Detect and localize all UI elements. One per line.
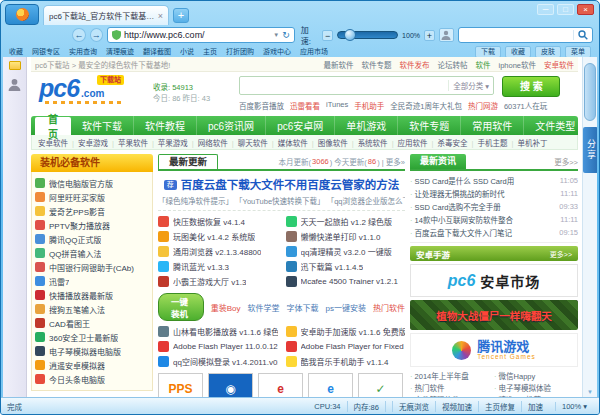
list-item[interactable]: CAD看图王 xyxy=(35,316,149,330)
list-item[interactable]: 小霸王游戏大厅 v1.3 xyxy=(158,274,278,289)
tab-latest-news[interactable]: 最新资讯 xyxy=(410,154,466,169)
toolbar-item[interactable]: 小说 xyxy=(180,46,194,56)
topbar-link[interactable]: 软件发布 xyxy=(399,59,429,70)
featured-headline[interactable]: 荐百度云盘下载大文件不用百度云管家的方法 xyxy=(158,176,405,192)
app-tile[interactable]: e 百度浏览器 xyxy=(258,373,303,397)
list-item[interactable]: 逍遥安卓模拟器 xyxy=(35,358,149,372)
list-item[interactable]: 迅雷7 xyxy=(35,274,149,288)
subnav-link[interactable]: 媒体软件 xyxy=(268,137,308,148)
list-item[interactable]: 快压数据恢复 v4.1.4 xyxy=(158,214,278,229)
list-item[interactable]: 电子琴模拟器电脑版 xyxy=(35,344,149,358)
scrollbar[interactable]: 分享 ▼ xyxy=(582,57,597,397)
scrollbar-thumb[interactable] xyxy=(584,63,596,121)
list-item[interactable]: 百度云盘下载大文件入门笔记 09:15 xyxy=(410,226,578,239)
toolbar-item[interactable]: 游戏中心 xyxy=(263,46,291,56)
hot-keyword-link[interactable]: 手机助手 xyxy=(354,100,384,111)
list-item[interactable]: PPTV聚力播放器 xyxy=(35,218,149,232)
list-item[interactable]: 腾讯蓝光 v1.3.3 xyxy=(158,259,278,274)
toolbar-item[interactable]: 应用市场 xyxy=(300,46,328,56)
browser-tab[interactable]: pc6下载站_官方软件下载基地… × xyxy=(43,5,169,25)
nav-item[interactable]: 软件专题 xyxy=(398,116,461,135)
search-icon[interactable] xyxy=(573,30,588,40)
android-market-banner[interactable]: pc6 安卓市场 xyxy=(410,264,578,297)
browser-search-input[interactable] xyxy=(463,31,573,40)
counter-text[interactable]: 3066 xyxy=(312,157,329,166)
bottom-link[interactable]: 电子琴模拟体验 xyxy=(494,382,578,394)
page-zoom-control[interactable]: 100% ▾ xyxy=(555,402,593,411)
refresh-icon[interactable]: ↻ xyxy=(282,30,290,40)
bottom-link[interactable]: 微信Happy xyxy=(494,370,578,382)
topbar-link[interactable]: 软件 xyxy=(475,59,490,70)
subnav-link[interactable]: 聊天软件 xyxy=(228,137,268,148)
url-dropdown-icon[interactable]: ▼ xyxy=(273,32,279,38)
nav-item[interactable]: pc6资讯网 xyxy=(197,116,266,135)
counter-text[interactable]: ) | 更多» xyxy=(377,156,405,167)
list-item[interactable]: 懒懒快递单打印 v1.1.0 xyxy=(286,229,406,244)
hot-keyword-link[interactable]: 全民奇迹1周年大礼包 xyxy=(390,100,462,111)
zoom-slider-thumb[interactable] xyxy=(344,29,356,41)
list-item[interactable]: 腾讯QQ正式版 xyxy=(35,232,149,246)
nav-item[interactable]: pc6安卓网 xyxy=(266,116,335,135)
topbar-link[interactable]: 软件专题 xyxy=(361,59,391,70)
browser-search-box[interactable] xyxy=(458,27,593,43)
hot-keyword-link[interactable]: 迅雷看看 xyxy=(290,100,320,111)
subnav-link[interactable]: 单机补丁 xyxy=(507,137,547,148)
list-item[interactable]: SSD Card选购不完全手册 09:33 xyxy=(410,200,578,213)
quick-link[interactable]: 软件学堂 xyxy=(248,302,280,313)
user-account-button[interactable] xyxy=(439,28,454,42)
tab-close-icon[interactable]: × xyxy=(158,11,163,21)
headline-sublinks[interactable]: 「绿色纯净软件提示」 「YouTube快速转换下载」 「qq浏览器企业版怎么下载… xyxy=(158,195,405,211)
scroll-down-arrow[interactable]: ▼ xyxy=(583,389,597,395)
toolbar-item[interactable]: 翻译截图 xyxy=(143,46,171,56)
list-item[interactable]: 阿里旺旺买家版 xyxy=(35,190,149,204)
side-panel-user-icon[interactable] xyxy=(8,78,21,91)
list-item[interactable]: 天天一起旅拍 v1.2 绿色版 xyxy=(286,214,406,229)
counter-text[interactable]: ) 今天更新( xyxy=(330,156,367,167)
subnav-link[interactable]: 系统软件 xyxy=(348,137,388,148)
hot-keyword-link[interactable]: iTunes xyxy=(326,100,348,111)
app-tile[interactable]: e IE浏览器 xyxy=(308,373,353,397)
toolbar-item[interactable]: 清理痕迹 xyxy=(106,46,134,56)
url-text[interactable]: http://www.pc6.com/ xyxy=(124,30,270,40)
status-button[interactable]: 主页修复 xyxy=(478,401,521,412)
subnav-link[interactable]: 网络软件 xyxy=(188,137,228,148)
hot-keyword-link[interactable]: 热门网游 xyxy=(468,100,498,111)
zoom-in-button[interactable]: + xyxy=(424,30,435,41)
list-item[interactable]: Adobe Flash Player 11.0.0.12 xyxy=(158,339,278,354)
subnav-link[interactable]: 苹果软件 xyxy=(108,137,148,148)
maximize-button[interactable]: □ xyxy=(557,4,574,15)
quick-link[interactable]: 字体下载 xyxy=(287,302,319,313)
hot-keyword-link[interactable]: 60371人在玩 xyxy=(504,100,547,111)
toolbar-item[interactable]: 实用查询 xyxy=(69,46,97,56)
quick-link[interactable]: 热门软件 xyxy=(373,302,405,313)
site-logo[interactable]: pc6.com 下载站 xyxy=(39,75,144,104)
search-category-dropdown[interactable]: 全部分类 ▾ xyxy=(448,80,489,91)
bottom-link[interactable]: 2014年上半年盘 xyxy=(410,370,494,382)
status-button[interactable]: 加速 xyxy=(521,401,549,412)
side-panel-folder-icon[interactable] xyxy=(9,61,21,70)
nav-item[interactable]: 软件下载 xyxy=(71,116,134,135)
subnav-link[interactable]: 安卓软件 xyxy=(38,137,68,148)
topbar-link[interactable]: 论坛转帖 xyxy=(437,59,467,70)
list-item[interactable]: 迅下载篇 v1.1.4.5 xyxy=(286,259,406,274)
app-tile[interactable]: ✓ 瑞星杀毒 xyxy=(358,373,403,397)
toolbar-item[interactable]: 主页 xyxy=(203,46,217,56)
new-tab-button[interactable]: + xyxy=(173,8,189,23)
topbar-link[interactable]: 最新软件 xyxy=(323,59,353,70)
subnav-link[interactable]: 图像软件 xyxy=(308,137,348,148)
quick-link[interactable]: 重装Boy xyxy=(211,302,241,313)
list-item[interactable]: 玩图美化 v1.4.2 系统版 xyxy=(158,229,278,244)
subnav-link[interactable]: 苹果游戏 xyxy=(148,137,188,148)
list-item[interactable]: 山林看电影播放器 v1.1.6 绿色版 xyxy=(158,324,278,339)
list-item[interactable]: SSD Card是什么 SSD Card用 11:05 xyxy=(410,174,578,187)
toolbar-item[interactable]: 网银专区 xyxy=(32,46,60,56)
list-item[interactable]: 中国银行网银助手(CAb) xyxy=(35,260,149,274)
list-item[interactable]: 通用浏览器 v2.1.3.48800 xyxy=(158,244,278,259)
subnav-link[interactable]: 应用软件 xyxy=(388,137,428,148)
list-item[interactable]: 爱奇艺PPS影音 xyxy=(35,204,149,218)
toolbar-item[interactable]: 收藏 xyxy=(9,46,23,56)
status-button[interactable]: 无痕浏览 xyxy=(392,401,435,412)
status-button[interactable]: 视频加速 xyxy=(435,401,478,412)
nav-item[interactable]: 常用软件 xyxy=(461,116,524,135)
nav-item[interactable]: 单机游戏 xyxy=(335,116,398,135)
